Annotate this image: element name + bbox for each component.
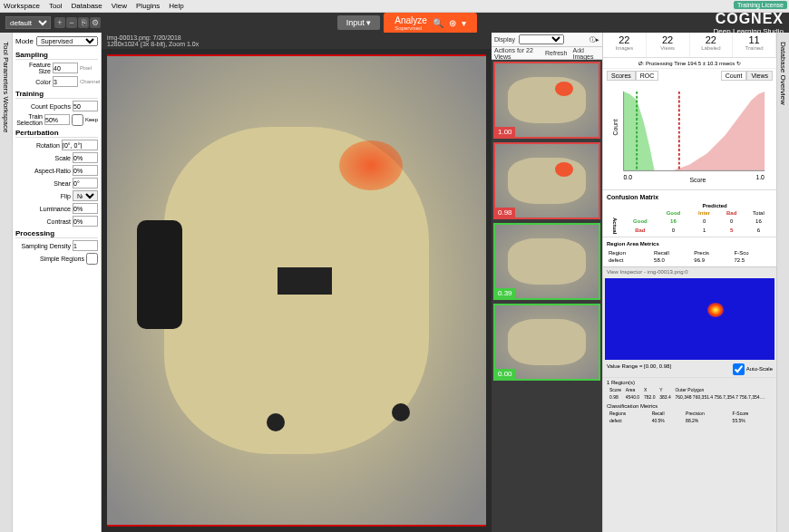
tab-roc[interactable]: ROC [636, 71, 659, 81]
copy-button[interactable]: ⎘ [78, 17, 89, 28]
svg-text:0.0: 0.0 [624, 174, 633, 180]
contrast-input[interactable] [73, 216, 98, 227]
search-icon: 🔍 [433, 18, 443, 28]
add-button[interactable]: + [54, 17, 65, 28]
add-images-link[interactable]: Add Images [573, 47, 600, 60]
region-metrics-table: RegionRecallPrecisF-Sco defect58.096.972… [607, 248, 773, 265]
color-input[interactable] [53, 76, 78, 87]
brain-icon: ⊛ [449, 18, 456, 28]
luminance-input[interactable] [73, 203, 98, 214]
tab-scores[interactable]: Scores [607, 71, 636, 81]
left-side-tabs[interactable]: Tool Parameters Workspace [0, 33, 13, 532]
regions-table: ScoreAreaXYOuter Polygon 0.984540.0782.0… [607, 385, 773, 401]
train-selection-input[interactable] [44, 114, 70, 125]
menubar: Workspace Tool Database View Plugins Hel… [0, 0, 789, 13]
heatmap-view[interactable] [605, 278, 774, 360]
actions-link[interactable]: Actions for 22 Views [494, 47, 540, 60]
mode-select[interactable]: Supervised [36, 36, 98, 46]
workspace-select[interactable]: default [5, 16, 51, 29]
chevron-down-icon: ▾ [462, 18, 466, 28]
simple-regions-checkbox[interactable] [86, 253, 98, 265]
svg-text:1.0: 1.0 [755, 174, 765, 180]
sampling-header: Sampling [15, 51, 98, 60]
brand: COGNEX Deep Learning Studio [714, 11, 784, 35]
sampling-density-input[interactable] [73, 240, 98, 251]
info-icon[interactable]: ⓘ [589, 35, 596, 44]
score-chart[interactable]: 0.0 1.0 Score Count [603, 82, 776, 190]
perturbation-header: Perturbation [15, 129, 98, 138]
menu-workspace[interactable]: Workspace [4, 2, 40, 10]
license-badge: Training License [734, 1, 787, 9]
processing-header: Processing [15, 229, 98, 238]
training-header: Training [15, 90, 98, 99]
thumbnail-item[interactable]: 0.00 [493, 304, 600, 381]
confusion-title: Confusion Matrix [607, 194, 773, 200]
menu-view[interactable]: View [112, 2, 127, 10]
remove-button[interactable]: − [66, 17, 77, 28]
expand-icon[interactable]: ▸ [596, 36, 599, 44]
classification-table: RegionsRecallPrecisionF-Score defect40.5… [607, 409, 773, 425]
svg-text:Count: Count [612, 119, 619, 135]
rotation-input[interactable] [62, 140, 98, 150]
svg-text:Score: Score [690, 177, 706, 183]
config-button[interactable]: ⚙ [90, 17, 101, 28]
thumbnails-panel: Displayⓘ▸ Actions for 22 ViewsRefreshAdd… [492, 33, 602, 532]
right-side-tab[interactable]: Database Overview [776, 33, 789, 532]
thumbnail-item[interactable]: 1.00 [493, 62, 600, 139]
mode-label: Mode [15, 37, 34, 45]
processing-time: Ø: Processing Time 194.5 ± 10.3 msecs ↻ [603, 58, 776, 69]
view-inspector: View Inspector - img-00013.png:0 Value R… [603, 266, 776, 532]
menu-plugins[interactable]: Plugins [136, 2, 160, 10]
tab-count[interactable]: Count [721, 71, 747, 81]
scale-input[interactable] [73, 152, 98, 163]
keep-checkbox[interactable] [72, 114, 83, 126]
main-image[interactable] [102, 49, 492, 532]
shear-input[interactable] [73, 178, 98, 189]
aspect-input[interactable] [73, 165, 98, 176]
image-viewer: img-00013.png: 7/20/2018 1280x1024 (3x 8… [102, 33, 492, 532]
stat-images: 22Images [603, 33, 647, 57]
stat-views: 22Views [647, 33, 690, 57]
tab-views[interactable]: Views [746, 71, 773, 81]
thumbnail-item[interactable]: 0.98 [493, 142, 600, 219]
flip-select[interactable]: None [73, 190, 98, 201]
topbar: default + − ⎘ ⚙ Input ▾ AnalyzeSupervise… [0, 13, 789, 33]
viewer-header: img-00013.png: 7/20/2018 1280x1024 (3x 8… [102, 33, 492, 49]
epochs-input[interactable] [73, 101, 98, 111]
menu-database[interactable]: Database [72, 2, 102, 10]
menu-tool[interactable]: Tool [49, 2, 63, 10]
display-select[interactable] [519, 34, 564, 44]
feature-size-input[interactable] [53, 63, 78, 73]
overview-panel: 22Images 22Views 22Labeled 11Trained Ø: … [602, 33, 776, 532]
refresh-link[interactable]: Refresh [545, 50, 568, 56]
thumbnail-item[interactable]: 0.39 [493, 223, 600, 300]
menu-help[interactable]: Help [169, 2, 183, 10]
auto-scale-checkbox[interactable] [733, 363, 745, 375]
history-icon[interactable]: ↻ [736, 61, 741, 66]
tool-parameters-panel: ModeSupervised Sampling Feature SizePixe… [13, 33, 102, 532]
input-button[interactable]: Input ▾ [337, 15, 381, 30]
stat-labeled: 22Labeled [690, 33, 734, 57]
analyze-button[interactable]: AnalyzeSupervised 🔍 ⊛ ▾ [384, 13, 477, 34]
confusion-table: Predicted GoodInterBadTotal ActualGood16… [607, 202, 773, 235]
defect-overlay [339, 140, 403, 190]
thumbnail-list[interactable]: 1.000.980.390.00 [492, 60, 602, 532]
region-metrics-title: Region Area Metrics [607, 241, 773, 247]
stat-trained: 11Trained [733, 33, 776, 57]
